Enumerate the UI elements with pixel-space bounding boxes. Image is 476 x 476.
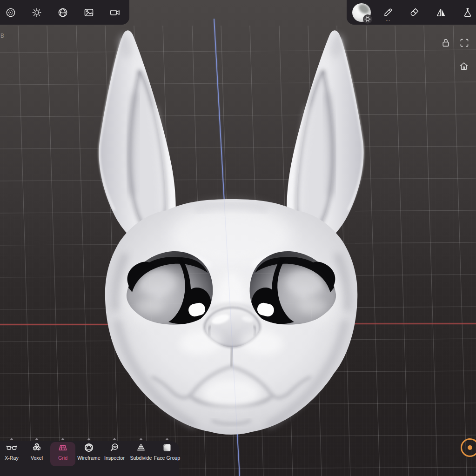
viewport-corner-label: B <box>0 33 4 39</box>
chevron-up-icon <box>35 438 39 440</box>
pivot-gizmo-dot <box>468 445 472 450</box>
chevron-up-icon <box>61 438 65 440</box>
experimental-flask-icon[interactable] <box>461 6 474 19</box>
toolbar-item-xray[interactable]: X-Ray <box>0 438 24 469</box>
lock-icon[interactable] <box>440 37 452 49</box>
toolbar-item-grid[interactable]: Grid <box>50 438 75 469</box>
toolbar-item-label: X-Ray <box>5 455 19 461</box>
toolbar-item-voxel[interactable]: Voxel <box>24 438 49 469</box>
paint-bucket-brush-icon[interactable] <box>408 6 421 19</box>
perspective-grid-icon <box>57 442 68 454</box>
face-group-icon <box>161 442 173 454</box>
symmetry-icon[interactable] <box>435 6 448 19</box>
toolbar-item-label: Voxel <box>31 455 43 461</box>
sculpt-canvas[interactable] <box>0 0 476 476</box>
background-image-icon[interactable] <box>82 6 95 19</box>
render-toolbar <box>0 0 129 25</box>
bunny-model[interactable] <box>99 30 364 435</box>
viewport-3d[interactable]: B <box>0 0 476 476</box>
material-preview-ball[interactable] <box>351 2 373 24</box>
chevron-up-icon <box>10 438 13 440</box>
voxel-cubes-icon <box>31 442 42 454</box>
camera-icon[interactable] <box>108 6 121 19</box>
material-settings-gear-icon <box>363 14 372 24</box>
xray-glasses-icon <box>6 442 17 454</box>
magnifier-eye-icon <box>109 442 120 454</box>
toolbar-item-label: Wireframe <box>77 455 100 461</box>
chevron-up-icon <box>165 438 169 440</box>
wireframe-sphere-icon <box>83 442 94 454</box>
environment-sphere-icon[interactable] <box>56 6 69 19</box>
chevron-up-icon <box>139 438 143 440</box>
toolbar-item-label: Subdivide <box>130 455 152 461</box>
lighting-sun-icon[interactable] <box>30 6 43 19</box>
toolbar-item-inspector[interactable]: Inspector <box>102 438 127 469</box>
toolbar-item-label: Inspector <box>104 455 125 461</box>
toolbar-item-subdivide[interactable]: Subdivide <box>128 438 154 469</box>
toolbar-item-wireframe[interactable]: Wireframe <box>76 438 101 469</box>
chevron-up-icon <box>113 438 116 440</box>
chevron-up-icon <box>87 438 91 440</box>
pivot-gizmo[interactable] <box>461 438 476 457</box>
toolbar-item-label: Face Group <box>154 455 180 461</box>
toolbar-item-facegroup[interactable]: Face Group <box>154 438 180 469</box>
home-icon[interactable] <box>458 60 470 72</box>
subdivide-pyramid-icon <box>135 442 147 454</box>
brush-more-dots[interactable]: … <box>383 17 393 21</box>
matcap-sphere-icon[interactable] <box>4 6 17 19</box>
toolbar-item-label: Grid <box>58 455 67 461</box>
fullscreen-icon[interactable] <box>458 37 470 49</box>
